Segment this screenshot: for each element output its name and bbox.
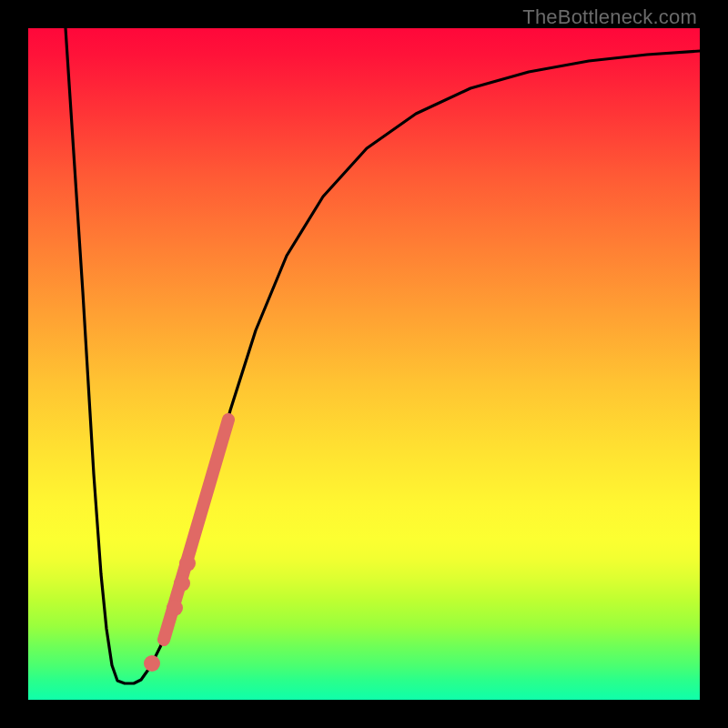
highlight-dot	[179, 555, 196, 571]
chart-overlay	[28, 28, 700, 700]
plot-area	[28, 28, 700, 700]
chart-frame: TheBottleneck.com	[0, 0, 728, 728]
highlight-dot	[174, 575, 190, 592]
watermark-text: TheBottleneck.com	[522, 5, 697, 29]
curve-line	[66, 28, 700, 683]
highlight-dot	[144, 655, 160, 672]
highlight-dot	[167, 600, 183, 616]
